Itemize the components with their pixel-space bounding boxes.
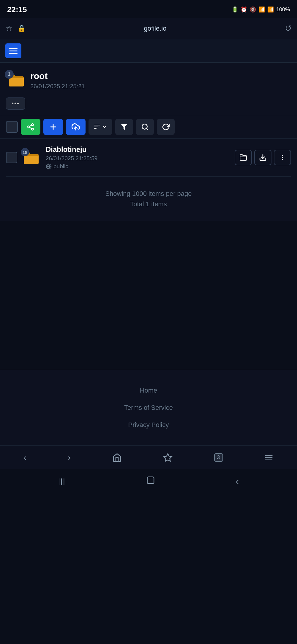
chevron-down-icon — [102, 124, 107, 130]
svg-line-4 — [29, 125, 31, 126]
file-visibility: public — [46, 163, 230, 170]
svg-point-18 — [282, 157, 283, 158]
android-back-button[interactable]: ‹ — [236, 476, 239, 487]
empty-content-area — [0, 221, 297, 370]
filter-button[interactable] — [115, 119, 133, 135]
browser-bottom-nav: ‹ › 3 — [0, 445, 297, 469]
root-folder-icon-container: 1 — [6, 71, 25, 89]
android-home-button[interactable] — [146, 476, 155, 487]
upload-icon — [72, 123, 80, 131]
root-folder-name: root — [30, 71, 291, 81]
folder-header: 1 root 26/01/2025 21:25:21 ••• — [0, 63, 297, 115]
refresh-icon — [162, 123, 170, 131]
folder-title-row: 1 root 26/01/2025 21:25:21 — [6, 71, 291, 90]
add-icon — [49, 123, 57, 131]
toolbar — [0, 115, 297, 139]
footer-privacy-link[interactable]: Privacy Policy — [6, 416, 291, 434]
file-folder-badge: 18 — [21, 148, 29, 156]
android-home-icon — [146, 476, 155, 485]
status-bar: 22:15 🔋 ⏰ 🔇 📶 📶 100% — [0, 0, 297, 18]
add-button[interactable] — [43, 119, 63, 135]
root-folder-badge: 1 — [5, 70, 14, 79]
file-folder-icon-container: 18 — [21, 149, 42, 166]
sort-button[interactable] — [89, 119, 112, 135]
file-actions — [235, 150, 291, 165]
file-info: Diablotineju 26/01/2025 21:25:59 public — [46, 145, 230, 170]
pagination-line1: Showing 1000 items per page — [6, 188, 291, 199]
globe-icon — [46, 163, 52, 169]
svg-point-19 — [282, 159, 283, 160]
footer: Home Terms of Service Privacy Policy — [0, 370, 297, 445]
svg-line-13 — [146, 128, 148, 130]
reload-icon[interactable]: ↺ — [285, 23, 292, 33]
visibility-label: public — [53, 163, 68, 170]
download-icon — [259, 154, 267, 161]
refresh-button[interactable] — [157, 119, 175, 135]
filter-icon — [120, 123, 128, 131]
battery-text: 100% — [276, 7, 290, 13]
share-button[interactable] — [21, 119, 40, 135]
table-row: 18 Diablotineju 26/01/2025 21:25:59 publ… — [6, 139, 291, 177]
file-date: 26/01/2025 21:25:59 — [46, 155, 230, 162]
tabs-count[interactable]: 3 — [214, 453, 223, 462]
more-file-options-button[interactable] — [274, 150, 291, 165]
file-checkbox[interactable] — [6, 152, 17, 163]
vertical-dots-icon — [279, 154, 286, 161]
share-icon — [27, 123, 34, 131]
root-folder-date: 26/01/2025 21:25:21 — [30, 83, 291, 90]
browser-bar: ☆ 🔒 gofile.io ↺ — [0, 18, 297, 39]
status-time: 22:15 — [7, 5, 27, 14]
footer-tos-link[interactable]: Terms of Service — [6, 399, 291, 416]
sort-icon — [94, 123, 101, 130]
search-button[interactable] — [136, 119, 154, 135]
signal-icon: 📶 — [267, 6, 274, 13]
folder-open-icon — [239, 154, 247, 161]
svg-point-17 — [282, 155, 283, 156]
select-all-checkbox[interactable] — [6, 121, 18, 133]
android-recent-button[interactable]: ||| — [58, 477, 66, 485]
download-button[interactable] — [254, 150, 271, 165]
browser-back-button[interactable]: ‹ — [24, 453, 26, 462]
lock-icon: 🔒 — [18, 25, 26, 32]
root-folder-info: root 26/01/2025 21:25:21 — [30, 71, 291, 90]
more-options-button[interactable]: ••• — [6, 97, 25, 110]
browser-url[interactable]: gofile.io — [30, 25, 280, 32]
file-name: Diablotineju — [46, 145, 230, 154]
wifi-icon: 📶 — [258, 6, 265, 13]
menu-button[interactable] — [5, 43, 21, 58]
search-icon — [141, 123, 149, 131]
android-nav: ||| ‹ — [0, 469, 297, 493]
browser-home-button[interactable] — [112, 453, 122, 462]
battery-icon: 🔋 — [232, 6, 238, 13]
mute-icon: 🔇 — [249, 6, 256, 13]
svg-marker-11 — [121, 124, 127, 130]
app-header — [0, 39, 297, 63]
upload-button[interactable] — [66, 119, 86, 135]
browser-tabs-button[interactable]: 3 — [214, 453, 223, 462]
alarm-icon: ⏰ — [241, 6, 247, 13]
home-icon — [112, 453, 122, 462]
star-icon — [163, 453, 173, 462]
svg-line-3 — [29, 127, 31, 129]
browser-bookmarks-button[interactable] — [163, 453, 173, 462]
file-list: 18 Diablotineju 26/01/2025 21:25:59 publ… — [0, 139, 297, 177]
browser-menu-button[interactable] — [264, 453, 273, 462]
status-icons: 🔋 ⏰ 🔇 📶 📶 100% — [232, 6, 290, 13]
footer-home-link[interactable]: Home — [6, 382, 291, 399]
favorite-icon[interactable]: ☆ — [5, 23, 13, 33]
svg-rect-24 — [147, 477, 154, 484]
svg-marker-20 — [164, 454, 172, 461]
browser-forward-button[interactable]: › — [68, 453, 71, 462]
hamburger-icon — [264, 453, 273, 462]
open-folder-button[interactable] — [235, 150, 252, 165]
pagination-line2: Total 1 items — [6, 199, 291, 209]
pagination-info: Showing 1000 items per page Total 1 item… — [0, 177, 297, 221]
